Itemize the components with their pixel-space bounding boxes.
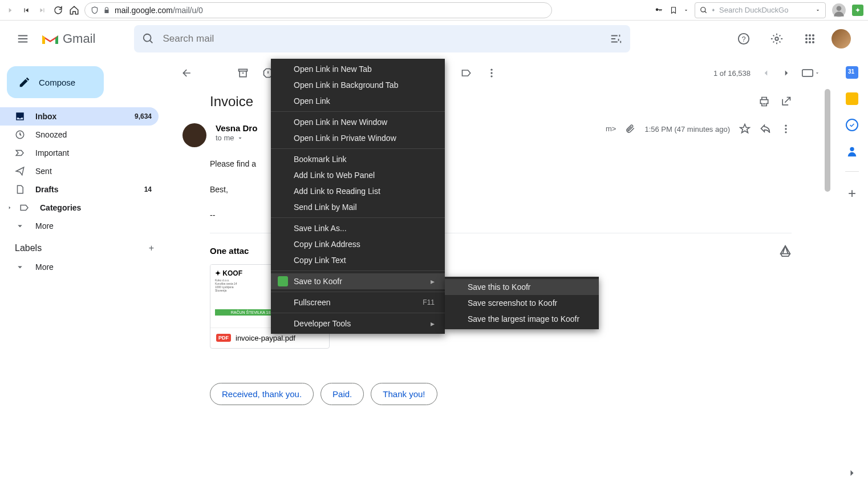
ctx-copy-address[interactable]: Copy Link Address — [271, 236, 445, 252]
inbox-icon — [15, 111, 25, 122]
chevron-right-icon — [7, 203, 13, 213]
separator — [271, 270, 445, 271]
compose-button[interactable]: Compose — [7, 66, 104, 98]
scrollbar-thumb[interactable] — [825, 89, 830, 192]
ctx-open-private[interactable]: Open Link in Private Window — [271, 130, 445, 146]
reply-button[interactable] — [760, 123, 771, 135]
separator — [271, 111, 445, 112]
key-icon[interactable] — [654, 6, 664, 14]
next-button[interactable] — [781, 68, 792, 78]
svg-point-15 — [812, 41, 814, 43]
back-button[interactable] — [181, 67, 193, 79]
context-submenu: Save this to Koofr Save screenshot to Ko… — [445, 277, 599, 329]
more-button[interactable] — [486, 67, 497, 79]
filter-icon[interactable] — [610, 33, 622, 45]
sidebar-item-categories[interactable]: Categories — [0, 199, 159, 217]
fast-forward-icon[interactable] — [36, 5, 48, 16]
help-icon[interactable]: ? — [732, 27, 755, 50]
browser-search-field[interactable]: ✦ Search DuckDuckGo — [695, 2, 826, 18]
gmail-logo-text: Gmail — [63, 31, 95, 46]
svg-point-14 — [809, 41, 811, 43]
ctx-reading-list[interactable]: Add Link to Reading List — [271, 183, 445, 199]
main-menu-button[interactable] — [9, 25, 36, 52]
ctx-fullscreen[interactable]: Fullscreen F11 — [271, 294, 445, 310]
gmail-icon — [41, 32, 59, 46]
prev-button[interactable] — [761, 68, 771, 78]
bookmark-icon[interactable] — [670, 6, 678, 15]
forward-icon[interactable] — [5, 5, 16, 16]
svg-point-11 — [809, 38, 811, 40]
input-tool-button[interactable] — [802, 69, 820, 77]
rewind-icon[interactable] — [21, 5, 32, 16]
sidebar-item-more[interactable]: More — [0, 217, 159, 235]
more-button[interactable] — [780, 123, 792, 135]
dropdown-icon[interactable] — [815, 7, 821, 13]
ctx-open-new-window[interactable]: Open Link in New Window — [271, 114, 445, 130]
ctx-save-as[interactable]: Save Link As... — [271, 220, 445, 236]
smart-reply-2[interactable]: Paid. — [321, 383, 364, 405]
smart-reply-3[interactable]: Thank you! — [371, 383, 437, 405]
sidebar-item-inbox[interactable]: Inbox 9,634 — [0, 107, 159, 126]
smart-reply-1[interactable]: Received, thank you. — [210, 383, 314, 405]
svg-point-24 — [850, 147, 854, 151]
apps-icon[interactable] — [798, 27, 821, 50]
svg-point-13 — [805, 41, 808, 43]
sub-save-this[interactable]: Save this to Koofr — [445, 279, 599, 295]
account-avatar[interactable] — [832, 29, 851, 49]
ctx-open-new-tab[interactable]: Open Link in New Tab — [271, 61, 445, 77]
calendar-icon[interactable] — [846, 66, 858, 79]
sub-save-largest[interactable]: Save the largest image to Koofr — [445, 311, 599, 327]
tasks-icon[interactable] — [846, 119, 858, 131]
context-menu: Open Link in New Tab Open Link in Backgr… — [271, 59, 445, 334]
ctx-open-link[interactable]: Open Link — [271, 93, 445, 109]
ctx-save-koofr[interactable]: Save to Koofr ▸ — [271, 273, 445, 289]
url-bar[interactable]: mail.google.com/mail/u/0 — [84, 2, 552, 18]
profile-icon[interactable] — [832, 3, 846, 18]
chevron-right-icon: ▸ — [431, 319, 435, 328]
bookmark-dropdown-icon[interactable] — [683, 7, 689, 13]
sidebar-item-sent[interactable]: Sent — [0, 162, 159, 180]
popout-button[interactable] — [780, 96, 792, 107]
search-mail-container[interactable] — [134, 25, 630, 52]
sender-avatar[interactable] — [182, 123, 206, 147]
ctx-devtools[interactable]: Developer Tools ▸ — [271, 316, 445, 332]
extension-icon[interactable]: ✦ — [852, 5, 863, 16]
expand-side-panel-button[interactable] — [846, 467, 858, 479]
search-input[interactable] — [163, 33, 602, 45]
contacts-icon[interactable] — [846, 145, 858, 157]
ctx-copy-text[interactable]: Copy Link Text — [271, 252, 445, 268]
keep-icon[interactable] — [846, 92, 858, 105]
svg-point-8 — [809, 34, 811, 37]
search-icon — [142, 33, 155, 45]
compose-label: Compose — [39, 78, 75, 87]
sub-save-screenshot[interactable]: Save screenshot to Koofr — [445, 295, 599, 311]
sent-icon — [15, 166, 25, 176]
settings-icon[interactable] — [765, 27, 788, 50]
sender-name: Vesna Dro — [216, 123, 257, 133]
svg-point-6 — [775, 37, 778, 41]
print-button[interactable] — [759, 96, 770, 107]
sidebar: Compose Inbox 9,634 Snoozed Important Se… — [0, 57, 165, 489]
labels-button[interactable] — [461, 67, 472, 79]
sidebar-labels-more[interactable]: More — [0, 258, 159, 276]
save-to-drive-button[interactable] — [779, 245, 792, 257]
star-button[interactable] — [739, 123, 751, 135]
ctx-send-mail[interactable]: Send Link by Mail — [271, 199, 445, 215]
svg-point-18 — [490, 72, 492, 74]
sidebar-item-snoozed[interactable]: Snoozed — [0, 126, 159, 144]
ctx-open-bg-tab[interactable]: Open Link in Background Tab — [271, 77, 445, 93]
archive-button[interactable] — [237, 67, 249, 79]
ctx-web-panel[interactable]: Add Link to Web Panel — [271, 167, 445, 183]
scrollbar[interactable] — [824, 89, 832, 489]
ctx-bookmark[interactable]: Bookmark Link — [271, 151, 445, 167]
chevron-down-icon — [15, 221, 25, 231]
add-panel-button[interactable]: + — [848, 185, 856, 201]
add-label-button[interactable]: + — [149, 243, 154, 253]
svg-point-9 — [812, 34, 814, 37]
sidebar-item-drafts[interactable]: Drafts 14 — [0, 180, 159, 199]
home-icon[interactable] — [68, 5, 80, 16]
gmail-logo[interactable]: Gmail — [41, 31, 95, 46]
clock-icon — [15, 130, 25, 140]
sidebar-item-important[interactable]: Important — [0, 144, 159, 162]
reload-icon[interactable] — [52, 5, 64, 16]
